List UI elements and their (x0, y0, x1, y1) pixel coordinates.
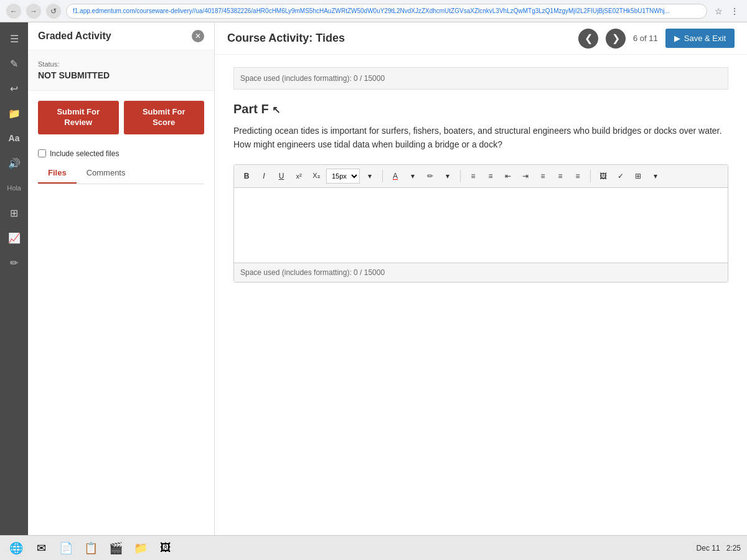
checkmark-button[interactable]: ✓ (613, 169, 628, 184)
image-button[interactable]: 🖼 (596, 169, 611, 184)
forward-button[interactable]: → (26, 4, 41, 19)
rich-text-editor: B I U x² X₂ 15px 10px 12px 14px 16px 18p… (233, 164, 728, 282)
taskbar-slides-icon[interactable]: 📋 (81, 538, 101, 558)
graded-panel-title: Graded Activity (38, 30, 111, 42)
pencil-color-button[interactable]: ✏ (423, 169, 438, 184)
part-title: Part F ↖ (233, 102, 728, 116)
submit-score-button[interactable]: Submit For Score (124, 101, 205, 134)
refresh-button[interactable]: ↺ (46, 4, 61, 19)
font-size-select[interactable]: 15px 10px 12px 14px 16px 18px 20px (326, 169, 360, 184)
save-exit-label: Save & Exit (684, 34, 726, 43)
url-text: f1.app.edmentum.com/courseware-delivery/… (73, 7, 670, 14)
taskbar: 🌐 ✉ 📄 📋 🎬 📁 🖼 Dec 11 2:25 (0, 535, 747, 560)
close-panel-button[interactable]: ✕ (192, 30, 204, 42)
star-button[interactable]: ☆ (712, 5, 725, 17)
align-right-button[interactable]: ≡ (570, 169, 585, 184)
status-section: Status: NOT SUBMITTED (28, 50, 214, 91)
toolbar-divider-2 (460, 170, 461, 182)
save-icon: ▶ (674, 34, 680, 43)
browser-actions: ☆ ⋮ (712, 5, 741, 17)
question-text: Predicting ocean tides is important for … (233, 124, 728, 152)
include-files-label: Include selected files (50, 149, 119, 158)
prev-page-button[interactable]: ❮ (578, 29, 598, 49)
superscript-button[interactable]: x² (291, 169, 306, 184)
table-button[interactable]: ⊞ (631, 169, 646, 184)
taskbar-video-icon[interactable]: 🎬 (106, 538, 126, 558)
status-value: NOT SUBMITTED (38, 70, 204, 80)
close-icon: ✕ (195, 32, 201, 40)
color-dropdown-button[interactable]: ▾ (405, 169, 420, 184)
taskbar-chrome-icon[interactable]: 🌐 (6, 538, 26, 558)
main-content: Course Activity: Tides ❮ ❯ 6 of 11 ▶ Sav… (215, 22, 747, 560)
pencil-dropdown-button[interactable]: ▾ (440, 169, 455, 184)
indent-button[interactable]: ⇥ (518, 169, 533, 184)
sidebar-chart-icon[interactable]: 📈 (3, 226, 26, 249)
table-dropdown-button[interactable]: ▾ (648, 169, 663, 184)
page-counter: 6 of 11 (633, 34, 658, 43)
align-center-button[interactable]: ≡ (553, 169, 568, 184)
tab-comments[interactable]: Comments (77, 163, 136, 184)
outdent-button[interactable]: ⇤ (500, 169, 515, 184)
graded-panel-header: Graded Activity ✕ (28, 22, 214, 50)
sidebar-back-icon[interactable]: ↩ (3, 77, 26, 100)
taskbar-photos-icon[interactable]: 🖼 (156, 538, 176, 558)
sidebar-folder-icon[interactable]: 📁 (3, 102, 26, 124)
sidebar-text-icon[interactable]: Aa (3, 127, 26, 149)
bold-button[interactable]: B (239, 169, 254, 184)
taskbar-clock: Dec 11 2:25 (697, 544, 741, 553)
unordered-list-button[interactable]: ≡ (466, 169, 481, 184)
taskbar-gmail-icon[interactable]: ✉ (31, 538, 51, 558)
sidebar-audio-icon[interactable]: 🔊 (3, 152, 26, 174)
sidebar-icons: ☰ ✎ ↩ 📁 Aa 🔊 Hola ⊞ 📈 ✏ (0, 22, 28, 560)
content-scroll: Space used (includes formatting): 0 / 15… (215, 55, 747, 560)
prev-arrow-icon: ❮ (585, 32, 593, 44)
align-left-button[interactable]: ≡ (535, 169, 550, 184)
menu-button[interactable]: ⋮ (728, 5, 741, 17)
include-files-row: Include selected files (28, 144, 214, 163)
graded-activity-panel: Graded Activity ✕ Status: NOT SUBMITTED … (28, 22, 215, 560)
space-used-top: Space used (includes formatting): 0 / 15… (233, 67, 728, 90)
editor-toolbar: B I U x² X₂ 15px 10px 12px 14px 16px 18p… (234, 165, 728, 188)
taskbar-time: 2:25 (726, 544, 741, 553)
header-right: ❮ ❯ 6 of 11 ▶ Save & Exit (578, 29, 735, 49)
italic-button[interactable]: I (256, 169, 271, 184)
toolbar-divider-1 (382, 170, 383, 182)
app-container: ☰ ✎ ↩ 📁 Aa 🔊 Hola ⊞ 📈 ✏ Graded Activity … (0, 22, 747, 560)
cursor-icon: ↖ (272, 105, 280, 115)
subscript-button[interactable]: X₂ (309, 169, 324, 184)
next-arrow-icon: ❯ (612, 32, 620, 44)
editor-body[interactable] (234, 188, 728, 263)
sidebar-pencil-icon[interactable]: ✏ (3, 251, 26, 274)
sidebar-grid-icon[interactable]: ⊞ (3, 202, 26, 224)
course-title: Course Activity: Tides (227, 32, 345, 45)
sidebar-edit-icon[interactable]: ✎ (3, 52, 26, 75)
status-label: Status: (38, 60, 204, 68)
back-button[interactable]: ← (6, 4, 21, 19)
taskbar-files-icon[interactable]: 📁 (131, 538, 151, 558)
tab-files[interactable]: Files (38, 163, 77, 184)
address-bar[interactable]: f1.app.edmentum.com/courseware-delivery/… (66, 4, 707, 19)
toolbar-divider-3 (590, 170, 591, 182)
sidebar-hola-icon[interactable]: Hola (3, 177, 26, 199)
part-title-text: Part F (233, 102, 269, 116)
submit-buttons-row: Submit For Review Submit For Score (28, 91, 214, 144)
save-exit-button[interactable]: ▶ Save & Exit (665, 29, 735, 48)
browser-bar: ← → ↺ f1.app.edmentum.com/courseware-del… (0, 0, 747, 22)
include-files-checkbox[interactable] (38, 149, 46, 157)
taskbar-date: Dec 11 (697, 544, 720, 553)
font-size-dropdown-button[interactable]: ▾ (362, 169, 377, 184)
taskbar-docs-icon[interactable]: 📄 (56, 538, 76, 558)
sidebar-menu-icon[interactable]: ☰ (3, 27, 26, 50)
main-header: Course Activity: Tides ❮ ❯ 6 of 11 ▶ Sav… (215, 22, 747, 55)
submit-review-button[interactable]: Submit For Review (38, 101, 119, 134)
next-page-button[interactable]: ❯ (606, 29, 626, 49)
space-used-bottom: Space used (includes formatting): 0 / 15… (234, 263, 728, 282)
underline-button[interactable]: U (274, 169, 289, 184)
files-comments-tabs: Files Comments (38, 163, 204, 184)
ordered-list-button[interactable]: ≡ (483, 169, 498, 184)
text-color-button[interactable]: A (388, 169, 403, 184)
